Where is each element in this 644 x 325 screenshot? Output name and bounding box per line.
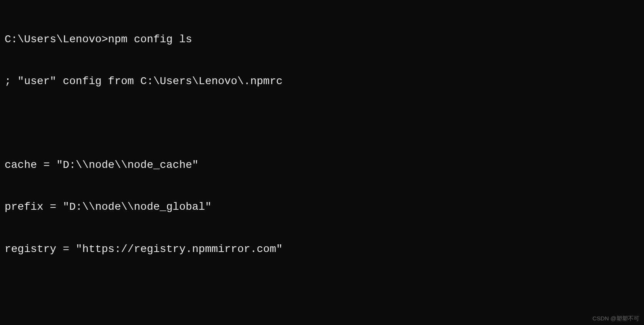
output-line: prefix = "D:\\node\\node_global" <box>5 200 639 214</box>
terminal-output[interactable]: C:\Users\Lenovo>npm config ls ; "user" c… <box>5 5 639 325</box>
blank-line <box>5 116 639 130</box>
output-line: registry = "https://registry.npmmirror.c… <box>5 242 639 256</box>
prompt-line-1: C:\Users\Lenovo> <box>5 33 108 46</box>
output-line: cache = "D:\\node\\node_cache" <box>5 158 639 172</box>
blank-line <box>5 284 639 298</box>
watermark: CSDN @塑塑不可 <box>592 315 639 322</box>
output-line: ; "user" config from C:\Users\Lenovo\.np… <box>5 75 639 88</box>
command-1: npm config ls <box>108 33 192 46</box>
